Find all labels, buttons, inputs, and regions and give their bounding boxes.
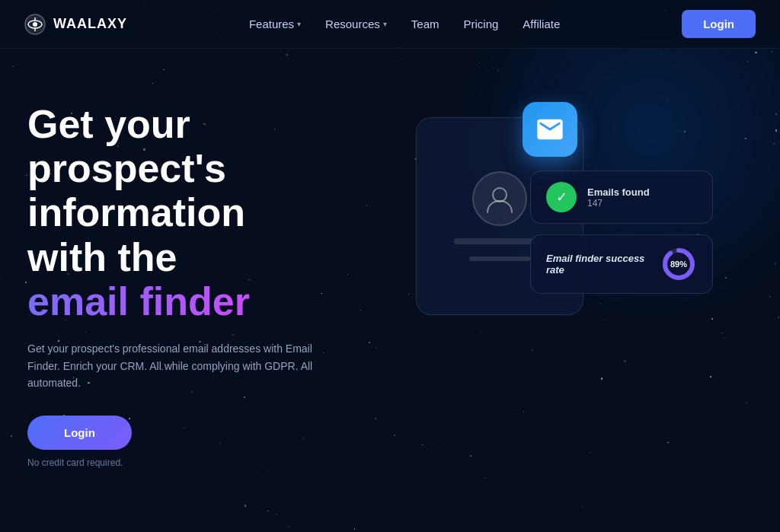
donut-chart: 89%	[660, 246, 697, 282]
nav-item-affiliate[interactable]: Affiliate	[523, 18, 560, 30]
emails-found-card: ✓ Emails found 147	[530, 170, 713, 224]
chevron-down-icon: ▾	[383, 20, 387, 28]
success-rate-card: Email finder success rate 89%	[530, 234, 713, 294]
nav-links: Features ▾ Resources ▾ Team Pricing Affi…	[249, 18, 560, 30]
navbar: WAALAXY Features ▾ Resources ▾ Team Pric…	[0, 0, 780, 49]
no-credit-card-text: No credit card required.	[27, 457, 370, 468]
success-rate-text: Email finder success rate	[546, 253, 650, 276]
hero-illustration: ✓ Emails found 147 Email finder success …	[370, 94, 753, 475]
emails-found-text: Emails found 147	[587, 186, 650, 209]
nav-item-pricing[interactable]: Pricing	[463, 18, 498, 30]
check-icon: ✓	[546, 182, 577, 212]
profile-line-2	[469, 256, 530, 261]
brand-name: WAALAXY	[53, 16, 127, 32]
logo-icon	[24, 14, 46, 35]
svg-point-2	[33, 22, 37, 27]
hero-title: Get your prospect's information with the…	[27, 102, 370, 323]
hero-description: Get your prospect's professional email a…	[27, 340, 317, 391]
hero-login-button[interactable]: Login	[27, 416, 132, 450]
avatar	[472, 171, 527, 226]
stats-cards: ✓ Emails found 147 Email finder success …	[530, 170, 713, 294]
svg-point-5	[493, 188, 507, 202]
donut-label: 89%	[660, 246, 697, 282]
logo[interactable]: WAALAXY	[24, 14, 127, 35]
envelope-icon	[535, 114, 565, 145]
hero-section: Get your prospect's information with the…	[0, 49, 780, 532]
hero-highlight: email finder	[27, 279, 250, 323]
nav-item-resources[interactable]: Resources ▾	[325, 18, 387, 30]
chevron-down-icon: ▾	[297, 20, 301, 28]
nav-item-features[interactable]: Features ▾	[249, 18, 301, 30]
person-icon	[484, 183, 515, 214]
nav-item-team[interactable]: Team	[411, 18, 440, 30]
email-icon-float	[523, 102, 577, 157]
hero-content: Get your prospect's information with the…	[27, 94, 370, 468]
nav-login-button[interactable]: Login	[682, 10, 756, 38]
